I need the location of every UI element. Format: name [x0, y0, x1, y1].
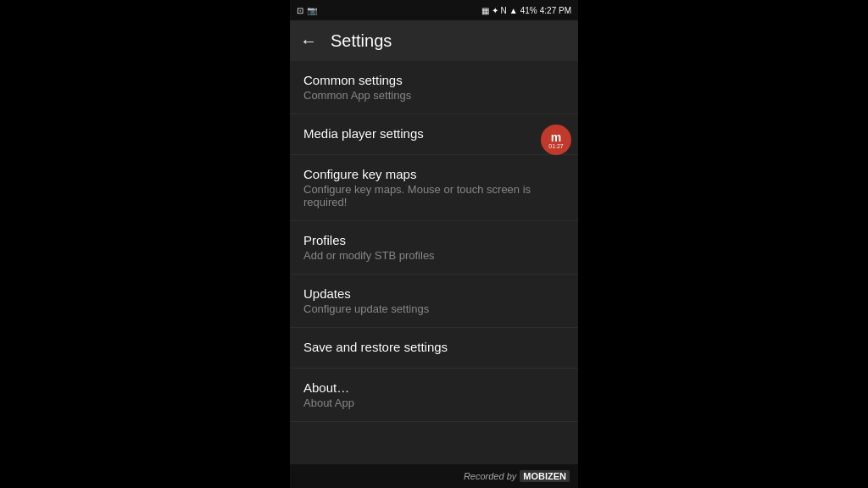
phone-frame: ⊡ 📷 ▦ ✦ N ▲ 41% 4:27 PM ← Settings Commo…	[290, 0, 578, 488]
bluetooth-icon: ✦	[492, 6, 498, 15]
battery-text: 41%	[520, 6, 537, 15]
signal-icon: ▲	[509, 6, 518, 15]
badge-time: 01:27	[548, 143, 564, 149]
settings-item-subtitle-updates: Configure update settings	[303, 302, 565, 315]
settings-item-title-updates: Updates	[303, 286, 565, 301]
settings-item-updates[interactable]: Updates Configure update settings	[290, 274, 578, 328]
settings-item-profiles[interactable]: Profiles Add or modify STB profiles	[290, 221, 578, 274]
time-text: 4:27 PM	[540, 6, 571, 15]
cast-icon: ▦	[481, 6, 489, 15]
settings-item-subtitle-profiles: Add or modify STB profiles	[303, 249, 565, 262]
watermark-brand: MOBIZEN	[520, 470, 570, 482]
settings-item-subtitle-about: About App	[303, 396, 565, 409]
status-right-area: ▦ ✦ N ▲ 41% 4:27 PM	[481, 6, 571, 15]
settings-item-title-profiles: Profiles	[303, 233, 565, 247]
badge-icon-letter: m	[551, 131, 561, 143]
settings-item-title-save-restore: Save and restore settings	[303, 340, 565, 354]
settings-list: Common settings Common App settings Medi…	[290, 61, 578, 464]
settings-item-about[interactable]: About… About App	[290, 369, 578, 422]
status-bar: ⊡ 📷 ▦ ✦ N ▲ 41% 4:27 PM	[290, 0, 578, 20]
settings-item-title-common: Common settings	[303, 73, 565, 87]
settings-item-title-keymaps: Configure key maps	[303, 167, 565, 181]
app-icon-1: ⊡	[297, 6, 303, 15]
status-left-icons: ⊡ 📷	[297, 6, 317, 15]
settings-item-save-restore[interactable]: Save and restore settings	[290, 328, 578, 369]
watermark-prefix: Recorded by	[464, 471, 516, 481]
nfc-icon: N	[501, 6, 507, 15]
settings-item-subtitle-common: Common App settings	[303, 89, 565, 102]
settings-item-keymaps[interactable]: Configure key maps Configure key maps. M…	[290, 155, 578, 221]
app-header: ← Settings	[290, 20, 578, 61]
media-badge: m 01:27	[541, 125, 571, 155]
settings-item-title-about: About…	[303, 380, 565, 395]
page-title: Settings	[331, 31, 392, 51]
watermark-bar: Recorded by MOBIZEN	[290, 464, 578, 488]
settings-item-media-player[interactable]: Media player settings m 01:27	[290, 114, 578, 155]
settings-item-common[interactable]: Common settings Common App settings	[290, 61, 578, 114]
back-button[interactable]: ←	[300, 31, 317, 51]
settings-item-subtitle-keymaps: Configure key maps. Mouse or touch scree…	[303, 183, 565, 208]
settings-item-title-media: Media player settings	[303, 126, 565, 141]
app-icon-2: 📷	[307, 6, 317, 15]
